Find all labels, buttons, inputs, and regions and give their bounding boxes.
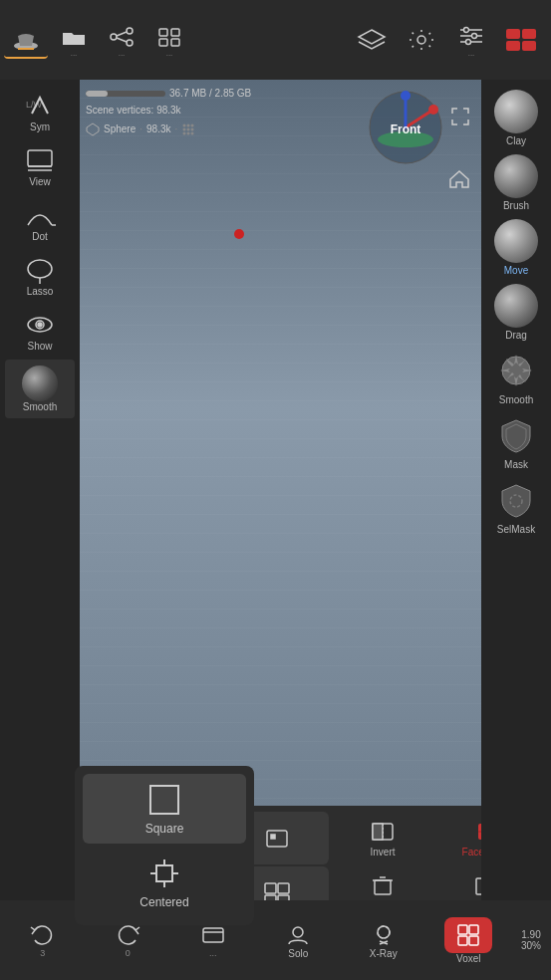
action-icon1 [263,827,291,851]
svg-point-4 [127,40,133,46]
folder-dots: ... [71,49,78,58]
svg-rect-54 [156,865,172,881]
scene-info: 36.7 MB / 2.85 GB Scene vertices: 98.3k … [86,86,251,136]
sidebar-item-show[interactable]: Show [5,305,75,358]
sliders-btn[interactable]: ... [449,19,493,62]
logo-btn[interactable] [499,21,543,59]
action-invert-btn[interactable]: Invert [331,812,434,864]
vertices-text: Scene vertices: 98.3k [86,103,251,118]
svg-line-6 [117,38,127,42]
svg-point-17 [472,33,477,38]
invert-icon [369,820,397,844]
sidebar-item-sym[interactable]: L/W Sym [5,86,75,138]
cursor-dot [234,229,244,239]
svg-rect-9 [159,39,167,46]
sidebar-item-smooth[interactable]: Smooth [5,360,75,418]
left-sidebar: L/W Sym View Dot Lasso [0,80,80,900]
svg-point-2 [127,28,133,34]
svg-point-37 [183,127,186,130]
smooth-sphere-icon [496,351,536,390]
show-label: Show [27,341,52,352]
layers-btn[interactable] [350,23,394,57]
centered-icon [146,856,182,891]
right-tool-brush[interactable]: Brush [494,154,538,211]
folder-btn[interactable]: ... [52,22,96,62]
right-tool-selmask[interactable]: SelMask [494,478,538,535]
svg-point-38 [187,127,190,130]
svg-rect-59 [267,831,287,847]
selmask-icon-container [494,478,538,522]
brush-label: Brush [503,200,529,211]
sidebar-item-view[interactable]: View [5,140,75,193]
move-label: Move [504,265,528,276]
svg-rect-19 [506,29,520,39]
delete-icon [369,874,397,898]
compass-widget[interactable]: Front [366,88,445,171]
brush-sphere [494,154,538,198]
dot-label: Dot [32,231,48,242]
solo-icon [284,922,312,948]
right-tool-smooth[interactable]: Smooth [494,349,538,405]
top-toolbar: ... ... [0,0,551,80]
object-icon [86,122,100,136]
voxel-label: Voxel [456,953,480,964]
svg-rect-21 [522,29,536,39]
share-dots: ... [119,49,126,58]
smooth-icon-container [494,349,538,392]
svg-rect-61 [373,824,383,840]
solo-label: Solo [288,948,308,959]
zoom-value: 1.90 [521,929,540,940]
fullscreen-btn[interactable] [449,106,471,131]
undo-btn[interactable]: 3 [0,918,86,962]
right-tool-mask[interactable]: Mask [494,413,538,470]
undo-icon [29,922,57,948]
solo-btn[interactable]: Solo [256,918,342,963]
hat-tool-btn[interactable] [4,26,48,59]
svg-point-40 [183,131,186,134]
xray-btn[interactable]: X-Ray [341,918,426,963]
svg-rect-92 [469,936,478,945]
smooth-right-label: Smooth [499,394,533,405]
svg-rect-24 [28,150,52,166]
svg-rect-22 [522,41,536,51]
svg-point-47 [401,91,411,101]
lasso-label: Lasso [27,286,54,297]
svg-rect-90 [469,925,478,934]
svg-text:Front: Front [391,122,421,136]
square-icon [146,782,182,818]
svg-point-36 [191,123,194,126]
shape-square-btn[interactable]: Square [83,774,246,844]
svg-point-12 [417,36,425,44]
svg-point-16 [464,27,469,32]
shape-centered-btn[interactable]: Centered [83,848,246,917]
home-btn[interactable] [447,167,471,195]
grid-dots-icon [181,122,195,136]
move-sphere [494,219,538,263]
voxel-btn[interactable]: Voxel [426,913,512,968]
svg-marker-11 [359,30,385,44]
svg-rect-20 [506,41,520,51]
sidebar-item-lasso[interactable]: Lasso [5,250,75,303]
smooth-label: Smooth [23,401,57,412]
right-sidebar: Clay Brush Move Drag [481,80,551,900]
right-tool-move[interactable]: Move [494,219,538,276]
share-btn[interactable]: ... [100,22,143,62]
right-tool-clay[interactable]: Clay [494,90,538,146]
voxel-inner [444,917,492,953]
svg-point-42 [191,131,194,134]
invert-label: Invert [370,847,395,858]
settings-btn[interactable] [400,23,443,57]
svg-point-35 [187,123,190,126]
right-tool-drag[interactable]: Drag [494,284,538,341]
undo-count: 3 [40,948,45,958]
grid-btn[interactable]: ... [147,22,191,62]
svg-rect-64 [278,883,289,893]
object-name: Sphere [104,122,136,136]
sidebar-item-dot[interactable]: Dot [5,195,75,248]
grid-dots: ... [166,49,173,58]
menu-icon [199,922,227,948]
svg-rect-63 [265,883,276,893]
svg-point-28 [28,260,52,278]
svg-point-3 [111,34,117,40]
mask-label: Mask [504,459,528,470]
